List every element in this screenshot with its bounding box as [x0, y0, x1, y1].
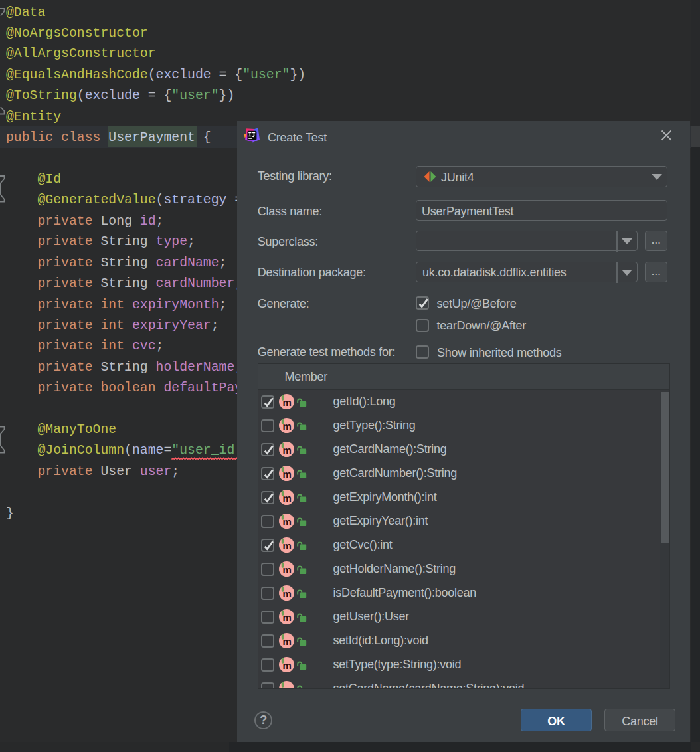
- svg-text:m: m: [282, 516, 291, 527]
- svg-text:m: m: [282, 636, 291, 647]
- svg-text:m: m: [282, 444, 291, 456]
- svg-text:m: m: [282, 540, 291, 551]
- svg-text:m: m: [282, 612, 291, 623]
- svg-text:m: m: [282, 660, 291, 671]
- svg-text:m: m: [282, 397, 291, 408]
- svg-text:m: m: [282, 468, 291, 480]
- svg-text:m: m: [282, 564, 291, 575]
- svg-text:m: m: [282, 492, 291, 504]
- svg-text:m: m: [282, 588, 291, 599]
- svg-text:m: m: [282, 684, 291, 689]
- svg-text:m: m: [282, 421, 291, 432]
